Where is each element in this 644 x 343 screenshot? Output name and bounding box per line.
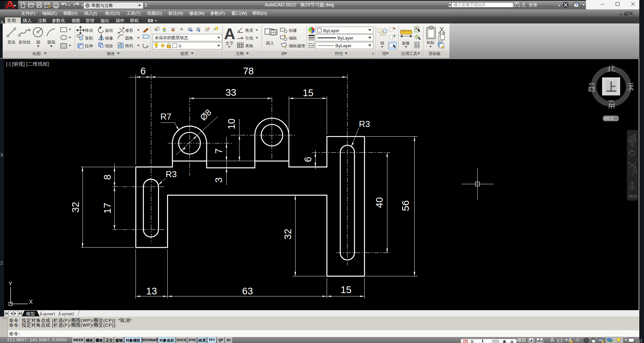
svg-text:角度: 角度 [245,28,253,33]
svg-text:镜像: 镜像 [105,36,113,41]
svg-text:ByLayer: ByLayer [323,28,339,33]
svg-text:极轴: 极轴 [115,338,123,342]
svg-text:缩放: 缩放 [105,44,113,48]
svg-text:1:1: 1:1 [557,338,563,343]
svg-text:正交: 正交 [105,338,113,343]
svg-text:窗口(W): 窗口(W) [231,11,247,16]
svg-text:圆角: 圆角 [125,36,133,41]
svg-text:修改: 修改 [107,51,115,56]
svg-text:文件(F): 文件(F) [21,11,36,16]
svg-text:ByLayer: ByLayer [337,36,354,41]
svg-text:草图与注释: 草图与注释 [91,3,113,8]
svg-text:编辑(E): 编辑(E) [42,11,57,16]
svg-text:对象追踪: 对象追踪 [159,338,174,342]
svg-text:修改(M): 修改(M) [189,11,205,16]
svg-text:SC: SC [226,338,231,342]
svg-text:移动: 移动 [85,28,93,33]
svg-text:块: 块 [281,51,285,56]
svg-text:插件: 插件 [115,18,124,23]
svg-text:注释: 注释 [38,18,47,23]
svg-text:TPY: TPY [209,338,215,342]
svg-text:直线: 直线 [7,40,15,45]
svg-text:绘图: 绘图 [33,51,41,56]
svg-text:联机: 联机 [130,18,139,23]
svg-text:多段线: 多段线 [18,40,31,45]
svg-text:DUCS: DUCS [177,338,186,342]
svg-text:拉伸: 拉伸 [85,44,93,48]
svg-text:图层: 图层 [180,51,189,56]
svg-text:插入: 插入 [266,41,274,46]
svg-text:剪贴板: 剪贴板 [429,51,441,56]
svg-text:3: 3 [0,152,3,157]
svg-text:粘贴: 粘贴 [427,40,435,45]
svg-text:?: ? [575,3,578,8]
svg-text:英: 英 [470,340,474,343]
svg-text:WCS: WCS [604,116,613,121]
svg-text:测量: 测量 [401,41,410,46]
svg-text:栅格: 栅格 [95,338,103,342]
svg-text:常用: 常用 [7,18,16,23]
svg-text:表格: 表格 [245,44,253,48]
svg-text:线宽: 线宽 [198,338,206,342]
svg-text:键入关键字或短语: 键入关键字或短语 [453,2,486,7]
svg-text:格式(O): 格式(O) [105,11,120,16]
svg-text:DYN: DYN [189,338,196,342]
svg-text:旋转: 旋转 [105,28,113,33]
svg-text:圆: 圆 [36,40,40,45]
svg-text:管理: 管理 [86,18,94,23]
svg-text:工具(T): 工具(T) [126,11,141,16]
svg-text:引线: 引线 [245,36,253,41]
svg-text:命令:: 命令: [9,331,20,336]
svg-text:第25节习题.dwg: 第25节习题.dwg [300,2,334,7]
svg-text:标注(N): 标注(N) [168,11,183,16]
svg-text:命令: 指定对角点或 [栏选(F)/圈围(WP)/圈交(CP: 命令: 指定对角点或 [栏选(F)/圈围(WP)/圈交(CP)]: [9,323,117,328]
svg-text:ByLayer: ByLayer [335,43,352,48]
svg-text:212.9857, 141.5387, 0.0000: 212.9857, 141.5387, 0.0000 [7,337,67,342]
svg-text:[-] [俯视] [二维线框]: [-] [俯视] [二维线框] [6,61,49,67]
svg-text:编辑: 编辑 [289,36,297,41]
svg-text:帮助(H): 帮助(H) [252,11,267,16]
svg-text:组: 组 [382,51,386,56]
svg-text:模型: 模型 [26,311,35,316]
svg-text:组: 组 [380,41,384,46]
svg-text:视图(V): 视图(V) [63,11,77,16]
svg-text:阵列: 阵列 [125,44,133,48]
svg-text:绘图(D): 绘图(D) [147,11,162,16]
svg-text:插入(I): 插入(I) [84,11,97,16]
svg-text:Layout2: Layout2 [59,311,74,316]
svg-text:注释: 注释 [236,51,244,56]
svg-text:AutoCAD 2012: AutoCAD 2012 [265,2,296,7]
svg-text:视图: 视图 [71,18,80,23]
svg-text:圆弧: 圆弧 [47,40,56,45]
svg-text:命令: 指定对角点或 [栏选(F)/圈围(WP)/圈交(CP: 命令: 指定对角点或 [栏选(F)/圈围(WP)/圈交(CP)]: *取消* [9,318,132,323]
svg-text:2: 2 [0,260,3,266]
svg-text:插入: 插入 [22,18,32,23]
svg-text:对象捕捉: 对象捕捉 [125,338,141,342]
svg-text:QP: QP [218,338,223,342]
svg-text:未保存的图层状态: 未保存的图层状态 [155,36,188,40]
svg-text:特性: 特性 [335,51,343,56]
svg-text:模型: 模型 [517,338,526,343]
svg-text:实用工具: 实用工具 [401,51,417,56]
svg-text:INFER: INFER [73,338,84,342]
svg-text:0: 0 [179,44,181,49]
svg-text:参数化: 参数化 [52,18,65,23]
svg-text:登录: 登录 [529,2,537,7]
svg-text:创建: 创建 [288,28,297,33]
svg-text:捕捉: 捕捉 [86,338,93,342]
svg-text:编辑属性: 编辑属性 [289,44,305,48]
svg-text:输出: 输出 [100,18,109,23]
svg-text:3DOSNAP: 3DOSNAP [142,338,158,342]
svg-text:Layout1: Layout1 [40,311,55,316]
svg-text:文字: 文字 [225,41,233,46]
svg-text:参数(P): 参数(P) [210,11,225,16]
svg-text:修剪: 修剪 [125,28,133,33]
svg-text:复制: 复制 [85,36,93,41]
svg-text:A: A [224,25,235,43]
